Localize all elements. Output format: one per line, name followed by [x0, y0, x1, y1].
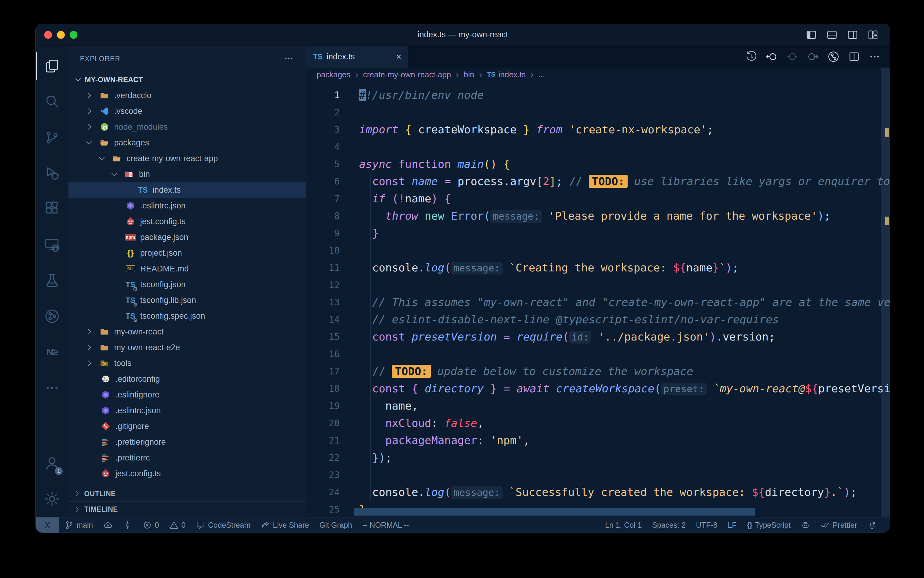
breadcrumb-item[interactable]: packages — [317, 70, 350, 80]
settings-gear-activity-item[interactable] — [36, 481, 68, 517]
code-line-18[interactable]: 18 const { directory } = await createWor… — [306, 380, 890, 397]
gitlens-activity-item[interactable] — [36, 299, 68, 334]
section-timeline[interactable]: TIMELINE — [68, 502, 306, 517]
tree-item-my-own-react-e2e[interactable]: my-own-react-e2e — [68, 339, 306, 356]
code-line-6[interactable]: 6 const name = process.argv[2]; // TODO:… — [306, 173, 890, 190]
status-ln-1-col-1[interactable]: Ln 1, Col 1 — [600, 518, 647, 533]
code-line-14[interactable]: 14 // eslint-disable-next-line @typescri… — [306, 311, 890, 328]
status-0[interactable]: 0 — [164, 518, 191, 533]
status-utf-8[interactable]: UTF-8 — [691, 518, 723, 533]
tree-item-.prettierignore[interactable]: .prettierignore — [68, 434, 306, 450]
history-icon[interactable] — [745, 50, 757, 63]
tree-item-.eslintrc.json[interactable]: .eslintrc.json — [68, 403, 306, 418]
code-line-3[interactable]: 3import { createWorkspace } from 'create… — [306, 121, 890, 138]
tree-root-my-own-react[interactable]: MY-OWN-REACT — [68, 72, 306, 88]
tree-item-packages[interactable]: packages — [68, 135, 306, 151]
status-lf[interactable]: LF — [723, 518, 742, 533]
search-activity-item[interactable] — [36, 84, 68, 120]
tree-item-tools[interactable]: tools — [68, 356, 306, 371]
code-line-13[interactable]: 13 // This assumes "my-own-react" and "c… — [306, 294, 890, 311]
panel-left-icon[interactable] — [806, 29, 817, 41]
code-line-7[interactable]: 7 if (!name) { — [306, 190, 890, 207]
status-live-share[interactable]: Live Share — [256, 518, 314, 533]
remote-indicator[interactable] — [36, 518, 59, 533]
tree-item-node-modules[interactable]: jsnode_modules — [68, 119, 306, 135]
code-line-19[interactable]: 19 name, — [306, 397, 890, 414]
code-line-1[interactable]: 1#!/usr/bin/env node — [306, 86, 890, 104]
horizontal-scrollbar[interactable] — [354, 508, 755, 516]
status-git-graph[interactable]: Git Graph — [314, 518, 357, 533]
code-line-8[interactable]: 8 throw new Error(message: 'Please provi… — [306, 207, 890, 224]
nav-forward-icon[interactable] — [807, 50, 819, 63]
more-icon[interactable] — [869, 50, 881, 63]
code-line-24[interactable]: 24 console.log(message: `Successfully cr… — [306, 484, 890, 501]
test-beaker-activity-item[interactable] — [36, 263, 68, 299]
code-line-5[interactable]: 5async function main() { — [306, 156, 890, 173]
tree-item-jest.config.ts[interactable]: jest.config.ts — [68, 466, 306, 481]
tree-item-project.json[interactable]: {}project.json — [68, 245, 306, 261]
status-main[interactable]: main — [59, 518, 98, 533]
remote-explorer-activity-item[interactable] — [36, 227, 68, 263]
tree-item-readme.md[interactable]: M↓README.md — [68, 261, 306, 277]
breadcrumb-item[interactable]: bin — [464, 70, 474, 80]
code-line-15[interactable]: 15 const presetVersion = require(id: '..… — [306, 328, 890, 345]
tree-item-tsconfig.json[interactable]: TS⚙tsconfig.json — [68, 277, 306, 292]
code-editor[interactable]: 1#!/usr/bin/env node23import { createWor… — [306, 81, 890, 517]
panel-bottom-icon[interactable] — [826, 29, 838, 41]
code-line-22[interactable]: 22 }); — [306, 449, 890, 466]
tree-item-tsconfig.spec.json[interactable]: TS⚙tsconfig.spec.json — [68, 308, 306, 324]
code-line-16[interactable]: 16 — [306, 345, 890, 363]
minimize-window-button[interactable] — [57, 31, 65, 39]
git-graph-icon[interactable] — [827, 50, 840, 63]
tab-index-ts[interactable]: TS index.ts × — [306, 46, 408, 68]
tree-item-.gitignore[interactable]: .gitignore — [68, 418, 306, 434]
code-line-12[interactable]: 12 — [306, 276, 890, 294]
tree-item-.editorconfig[interactable]: .editorconfig — [68, 371, 306, 387]
status-0[interactable]: 0 — [138, 518, 164, 533]
section-outline[interactable]: OUTLINE — [68, 486, 306, 502]
tree-item-.verdaccio[interactable]: .verdaccio — [68, 88, 306, 103]
code-line-9[interactable]: 9 } — [306, 224, 890, 242]
more-icon[interactable] — [284, 54, 294, 64]
code-line-4[interactable]: 4 — [306, 138, 890, 156]
status-bell-icon[interactable] — [862, 518, 882, 533]
panel-right-icon[interactable] — [847, 29, 858, 41]
code-line-11[interactable]: 11 console.log(message: `Creating the wo… — [306, 259, 890, 276]
code-line-2[interactable]: 2 — [306, 104, 890, 121]
tree-item-.vscode[interactable]: .vscode — [68, 103, 306, 119]
status-prettier[interactable]: Prettier — [815, 518, 862, 533]
tree-item-my-own-react[interactable]: my-own-react — [68, 324, 306, 339]
tree-item-.prettierrc[interactable]: .prettierrc — [68, 450, 306, 466]
tree-item-jest.config.ts[interactable]: jest.config.ts — [68, 214, 306, 229]
close-icon[interactable]: × — [396, 52, 401, 62]
breadcrumb-item[interactable]: create-my-own-react-app — [363, 70, 451, 80]
more-activity-item[interactable] — [36, 370, 68, 406]
split-editor-icon[interactable] — [848, 50, 860, 63]
code-line-10[interactable]: 10 — [306, 242, 890, 259]
account-activity-item[interactable]: 1 — [36, 445, 68, 481]
tree-item-create-my-own-react-app[interactable]: create-my-own-react-app — [68, 151, 306, 166]
tree-item-package.json[interactable]: npmpackage.json — [68, 229, 306, 245]
status-git-commit-icon[interactable] — [118, 518, 138, 533]
nx-console-activity-item[interactable]: N≥ — [36, 334, 68, 370]
status--normal-[interactable]: -- NORMAL -- — [357, 518, 414, 533]
breadcrumb-item[interactable]: TSindex.ts — [487, 70, 526, 80]
tree-item-.eslintignore[interactable]: .eslintignore — [68, 387, 306, 403]
source-control-activity-item[interactable] — [36, 120, 68, 156]
files-activity-item[interactable] — [36, 48, 68, 84]
layout-icon[interactable] — [867, 29, 879, 41]
status-copilot-robot-icon[interactable] — [796, 518, 815, 533]
extensions-activity-item[interactable] — [36, 191, 68, 227]
breadcrumb-item[interactable]: ... — [538, 70, 545, 80]
code-line-20[interactable]: 20 nxCloud: false, — [306, 414, 890, 432]
code-line-17[interactable]: 17 // TODO: update below to customize th… — [306, 363, 890, 380]
close-window-button[interactable] — [44, 31, 52, 39]
code-line-21[interactable]: 21 packageManager: 'npm', — [306, 432, 890, 449]
status-spaces-2[interactable]: Spaces: 2 — [647, 518, 691, 533]
tree-item-index.ts[interactable]: TSindex.ts — [68, 182, 306, 198]
nav-back-icon[interactable] — [765, 50, 778, 63]
status-codestream[interactable]: CodeStream — [191, 518, 256, 533]
code-line-23[interactable]: 23 — [306, 466, 890, 484]
nav-circle-icon[interactable] — [786, 50, 798, 63]
zoom-window-button[interactable] — [70, 31, 78, 39]
